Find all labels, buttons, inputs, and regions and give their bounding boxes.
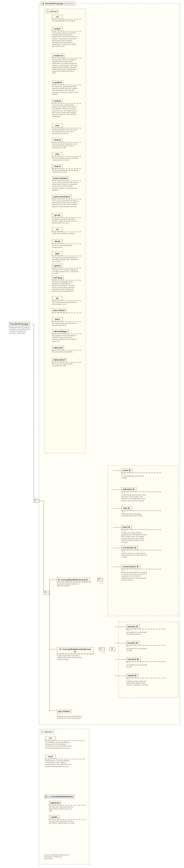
attr-creator: creator [52,27,63,31]
attr-whyuri: whyuri [52,164,63,168]
occurs: 0..∞ [122,511,161,513]
expand-icon[interactable]: ⊞ [136,642,138,644]
child-desc: Represents the position of a concept in … [121,571,148,581]
attr-qcode: qcode [52,213,63,217]
jagged-edge [52,244,81,244]
attr-desc: If set to true the corresponding propert… [52,104,78,117]
attr-pubconstraint: pubconstraint [52,176,69,180]
attr-value: value [52,317,63,321]
jagged-edge [52,31,81,32]
child-label: related [127,674,134,677]
jagged-edge [52,350,81,350]
attr-desc: The type of the concept assigned as cont… [52,257,78,262]
attr-label: typeuri [54,265,61,267]
base-name: Flex1ExtPropType [45,2,63,5]
expand-icon[interactable]: ⊞ [135,674,137,677]
expand-icon[interactable]: ⊞ [136,625,138,628]
attr-literal: literal [52,240,63,243]
attr-desc: The type of the concept assigned as cont… [52,269,78,275]
jagged-edge [52,362,81,363]
collapse-icon[interactable]: ⊟ [45,795,47,798]
attr-label: how [55,124,60,127]
attr-desc: Indicates by which means the value was e… [52,143,78,149]
occurs: 0..∞ [101,583,103,584]
base-extension: ⊟ Flex1ExtPropType (extension) [41,2,75,5]
attributes2-label: attributes [45,731,52,733]
jagged-edge [52,231,81,232]
child-label: remoteInfo [123,547,134,549]
jagged-edge [45,740,85,741]
collapse-icon[interactable]: ⊟ [42,731,44,733]
child-desc: An identifier of a concept with equivale… [126,631,152,635]
tva-desc-item: The date (and, optionally, the time) bef… [49,806,75,812]
expand-icon[interactable]: ⊟ [74,650,76,653]
attr-desc: The unit of the value attribute. [52,351,78,353]
attr-label: pubconstrainturi [53,195,70,198]
collapse-icon[interactable]: ⊟ [60,648,61,650]
child-desc: A natural language name for the concept. [121,475,148,479]
attr-label: creator [53,28,61,30]
expand-icon[interactable]: ⊞ [137,565,139,568]
attr-why: why [52,152,63,156]
tva-validfrom: validfrom [49,801,61,805]
sequence-icon [44,591,49,595]
collapse-icon[interactable]: ⊟ [47,10,49,12]
jagged-edge [52,19,81,20]
expand-icon[interactable]: ⊞ [129,469,131,471]
child-label: sameAs [127,625,136,628]
attr-custom: custom [52,99,63,103]
collapse-icon[interactable]: ⊟ [58,579,60,581]
expand-icon[interactable]: ⊞ [128,526,130,528]
jagged-edge [57,654,94,654]
occurs: 0..∞ [127,678,165,680]
attr-pubconstrainturi: pubconstrainturi [52,195,72,199]
jagged-edge [52,142,81,143]
collapse-icon[interactable]: ⊟ [42,2,44,5]
attributes-header: ⊟ attributes [46,9,59,13]
attr2-rel: rel [45,736,56,740]
grp-prefix: grp [48,796,51,798]
tva-validto: validto [49,815,60,819]
attr-label: value [55,318,60,320]
attr-type: type [52,251,63,255]
crg-desc: A group of properties required to indica… [57,655,83,661]
child-label: definition [123,488,132,490]
attr-valueunituri: valueunituri [52,358,67,362]
root-desc: Flexible generic PCL-Type for controlled… [9,327,33,334]
attr-desc: Why the metadata has been included - exp… [52,169,78,173]
child-name: name ⊞ [121,468,133,472]
child-remoteInfo: remoteInfo ⊞ [121,546,138,550]
tva-name: timeValidityAttributes [51,795,73,798]
expand-icon[interactable]: ⊞ [128,507,130,509]
jagged-edge [49,819,86,820]
attr-desc: A URI which identifies a concept [52,232,78,235]
expand-icon[interactable]: ⊟ [86,579,88,581]
cdg-desc: A group of properties required to define… [57,583,83,587]
child-narrower: narrower ⊞ [126,657,141,661]
expand-icon[interactable]: ⊞ [137,658,139,660]
child-label: hierarchyInfo [123,565,136,568]
child-broader: broader ⊞ [126,641,140,645]
jagged-edge [52,103,81,104]
jagged-edge [52,156,81,157]
attr-id: id [52,15,63,19]
occurs: 0..∞ [127,629,165,631]
concept-definition-group: ⊟ ConceptDefinitionGroup ⊟ [57,578,89,582]
attr-howuri: howuri [52,138,63,142]
child-hierarchyInfo: hierarchyInfo ⊞ [121,565,140,568]
child-note: note ⊞ [121,506,132,510]
occurs: 0..∞ [57,713,88,715]
occurs: 0..∞ [122,492,161,494]
occurs: 0..∞ [127,662,165,663]
attr-desc: A free-text value assigned as property v… [52,245,78,248]
attr-desc: Indicates by which means the value was e… [52,129,78,135]
attr-desc: If the property value is not defined, sp… [52,32,78,48]
attr-desc: The local identifier of the property [52,20,78,22]
occurs: 0..∞ [127,646,165,647]
attr-uri: uri [52,227,63,231]
other-desc: Extension point for provider-defined pro… [57,715,83,719]
sequence-icon [97,578,103,582]
attr2-desc: The identifier of a concept defining the… [45,760,72,768]
expand-icon[interactable]: ⊞ [133,488,135,490]
expand-icon[interactable]: ⊞ [134,547,136,549]
